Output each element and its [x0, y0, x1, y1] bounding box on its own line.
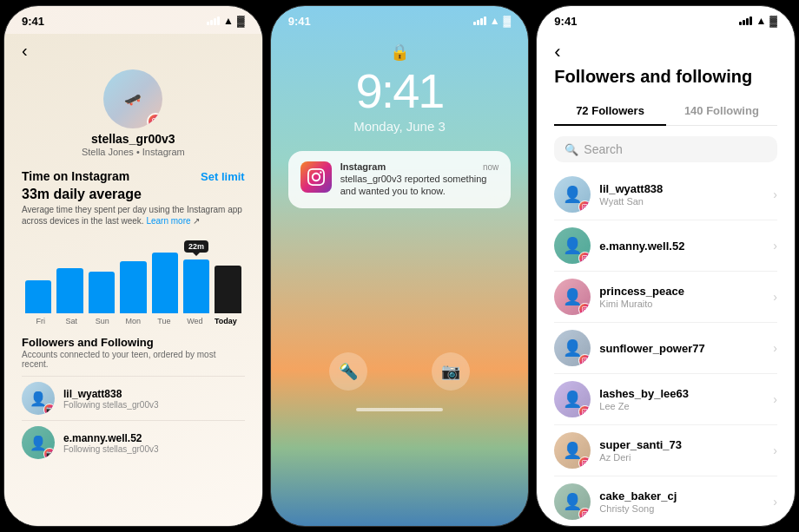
follower-name: Wyatt San: [599, 196, 663, 207]
list-item[interactable]: 👤 princess_peace Kimi Muraito ›: [554, 272, 777, 323]
learn-more-link[interactable]: Learn more: [146, 216, 190, 226]
label-today: Today: [210, 317, 241, 325]
bar-sat: [56, 268, 83, 313]
back-button[interactable]: ‹: [554, 41, 777, 63]
set-limit-button[interactable]: Set limit: [201, 170, 245, 183]
chevron-right-icon: ›: [773, 341, 777, 355]
chevron-right-icon: ›: [773, 290, 777, 304]
bar-wed-value: 22m: [183, 259, 209, 313]
profile-subtitle: Stella Jones • Instagram: [82, 147, 185, 157]
bar-today-value: [215, 266, 241, 313]
bar-wed: 22m: [183, 259, 209, 313]
instagram-badge: [578, 508, 591, 520]
label-mon: Mon: [118, 317, 149, 325]
phone-followers-list: 9:41 ▲ ▓ ‹ Followers and following 72 Fo…: [536, 5, 796, 527]
status-icons-3: ▲ ▓: [739, 15, 777, 27]
flashlight-button[interactable]: 🔦: [329, 352, 367, 391]
label-fri: Fri: [25, 317, 56, 325]
wifi-icon: ▲: [223, 15, 234, 27]
wifi-icon: ▲: [490, 15, 500, 27]
status-time-1: 9:41: [22, 15, 44, 28]
list-item[interactable]: 👤 lil_wyatt838 Wyatt San ›: [554, 169, 777, 220]
wifi-icon: ▲: [756, 15, 766, 27]
back-button[interactable]: ‹: [22, 41, 245, 61]
follower-info: e.manny.well.52: [599, 240, 684, 253]
bar-fri: [25, 280, 51, 313]
notification-app-icon: [300, 161, 332, 193]
battery-icon: ▓: [769, 15, 777, 27]
tab-followers[interactable]: 72 Followers: [554, 97, 665, 126]
camera-button[interactable]: 📷: [432, 352, 470, 391]
phone-lock-screen: 9:41 ▲ ▓ 🔒 9:41 Monday, June 3 Instagram…: [270, 5, 530, 527]
phone-screen-time: 9:41 ▲ ▓ ‹ 🛹 stellas_gr00v3 Stella Jones…: [3, 5, 263, 527]
bar-tue-value: [152, 253, 178, 313]
bar-sun-value: [89, 272, 115, 313]
follower-action: Following stellas_gr00v3: [63, 400, 159, 410]
list-item[interactable]: 👤 sunflower_power77 ›: [554, 323, 777, 374]
notification-time: now: [483, 162, 499, 172]
instagram-badge-sm: 📷: [43, 404, 55, 415]
avatar-emoji: 🛹: [124, 91, 142, 108]
signal-icon: [739, 16, 752, 25]
follower-info: sunflower_power77: [599, 342, 704, 355]
avatar: 👤 📷: [22, 382, 55, 415]
avg-description: Average time they spent per day using th…: [22, 204, 245, 227]
follower-info: lil_wyatt838 Following stellas_gr00v3: [63, 388, 159, 410]
battery-icon: ▓: [237, 15, 245, 27]
follower-handle: lil_wyatt838: [63, 388, 159, 400]
chart-labels: Fri Sat Sun Mon Tue Wed Today: [22, 317, 245, 325]
notification-app-name: Instagram: [340, 161, 386, 172]
follower-handle: cake_baker_cj: [599, 489, 677, 502]
list-item[interactable]: 👤 e.manny.well.52 ›: [554, 220, 777, 272]
notification-message: stellas_gr00v3 reported something and wa…: [340, 173, 499, 198]
status-bar-3: 9:41 ▲ ▓: [537, 6, 795, 34]
lock-screen-content: 🔒 9:41 Monday, June 3 Instagram now stel…: [271, 34, 529, 217]
list-item[interactable]: 👤 cake_baker_cj Christy Song ›: [554, 476, 777, 527]
daily-average: 33m daily average: [22, 187, 245, 202]
follower-info: lashes_by_lee63 Lee Ze: [599, 387, 689, 411]
lock-icon: 🔒: [288, 43, 512, 62]
chevron-right-icon: ›: [773, 495, 777, 509]
chevron-right-icon: ›: [773, 187, 777, 201]
battery-icon: ▓: [504, 15, 512, 27]
list-item[interactable]: 👤 📷 e.manny.well.52 Following stellas_gr…: [22, 420, 245, 464]
chevron-right-icon: ›: [773, 239, 777, 253]
instagram-badge: [578, 303, 591, 315]
follower-handle: e.manny.well.52: [63, 432, 159, 444]
bar-sun: [89, 272, 115, 313]
instagram-badge: [578, 252, 591, 264]
follower-info: princess_peace Kimi Muraito: [599, 285, 684, 309]
follower-handle: e.manny.well.52: [599, 240, 684, 253]
follower-info: e.manny.well.52 Following stellas_gr00v3: [63, 432, 159, 454]
follower-action: Following stellas_gr00v3: [63, 444, 159, 454]
signal-icon: [473, 16, 486, 25]
instagram-badge: [578, 354, 591, 366]
chevron-right-icon: ›: [773, 392, 777, 406]
instagram-badge: [578, 200, 591, 213]
followers-tabs: 72 Followers 140 Following: [554, 97, 777, 126]
notification-card[interactable]: Instagram now stellas_gr00v3 reported so…: [288, 151, 512, 208]
follower-handle: sunflower_power77: [599, 342, 704, 355]
tab-following[interactable]: 140 Following: [666, 97, 777, 126]
follower-info: cake_baker_cj Christy Song: [599, 489, 677, 514]
follower-name: Kimi Muraito: [599, 299, 684, 309]
bar-fri-value: [25, 280, 51, 313]
status-bar-1: 9:41 ▲ ▓: [4, 6, 262, 34]
status-time-2: 9:41: [288, 15, 311, 28]
search-bar[interactable]: 🔍 Search: [554, 136, 777, 162]
list-item[interactable]: 👤 lashes_by_lee63 Lee Ze ›: [554, 374, 777, 425]
avatar: 👤: [554, 330, 591, 366]
follower-info: lil_wyatt838 Wyatt San: [599, 182, 663, 207]
label-tue: Tue: [149, 317, 180, 325]
lock-date: Monday, June 3: [288, 119, 512, 134]
search-input[interactable]: Search: [584, 142, 622, 156]
status-icons-2: ▲ ▓: [473, 15, 512, 27]
list-item[interactable]: 👤 📷 lil_wyatt838 Following stellas_gr00v…: [22, 376, 245, 420]
instagram-badge: [578, 456, 591, 469]
bar-sat-value: [56, 268, 83, 313]
page-title: Followers and following: [554, 67, 777, 87]
follower-handle: super_santi_73: [599, 438, 682, 451]
followers-section: Followers and Following Accounts connect…: [22, 336, 245, 464]
list-item[interactable]: 👤 super_santi_73 Az Deri ›: [554, 425, 777, 476]
bar-tooltip: 22m: [184, 240, 208, 253]
